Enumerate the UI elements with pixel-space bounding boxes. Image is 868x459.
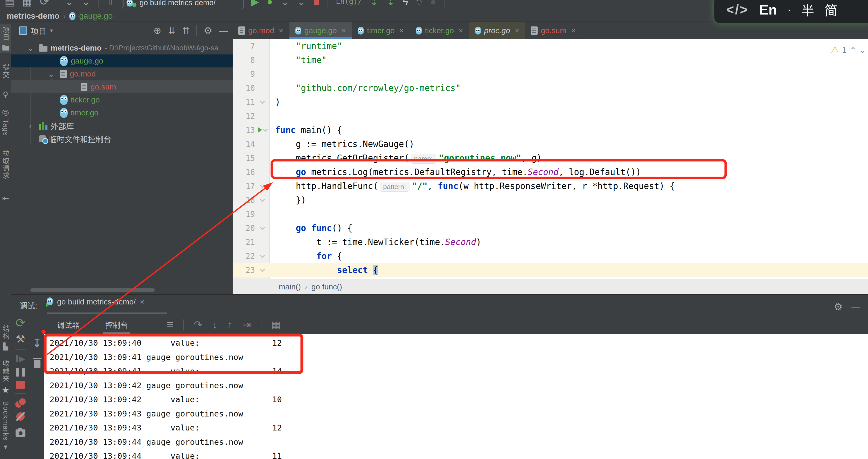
clear-console-icon[interactable] <box>34 360 40 368</box>
rerun-icon[interactable]: ⟳ <box>16 317 26 329</box>
attach-1-icon[interactable]: ⌄ <box>281 0 289 10</box>
fold-marker-icon[interactable] <box>260 183 265 188</box>
code-line-10[interactable]: 10 "github.com/rcrowley/go-metrics" <box>232 81 868 95</box>
stripe-button-pin[interactable]: ⚲ <box>0 90 11 99</box>
stripe-button-提交[interactable]: 提交 <box>0 64 11 79</box>
close-icon[interactable]: × <box>515 26 520 35</box>
editor-body[interactable]: 7 "runtime"8 "time"910 "github.com/rcrow… <box>232 39 868 279</box>
stripe-button-项目[interactable]: 项目 <box>0 24 11 53</box>
close-icon[interactable]: × <box>571 26 576 35</box>
fold-marker-icon[interactable] <box>260 252 265 258</box>
code-line-9[interactable]: 9 <box>232 67 868 81</box>
breadcrumb-file[interactable]: gauge.go <box>79 11 113 21</box>
step-into-icon[interactable]: ↓ <box>212 316 217 333</box>
stripe-button-拉取请求[interactable]: 拉取请求 <box>0 150 11 180</box>
fold-marker-icon[interactable] <box>260 98 265 104</box>
expand-all-icon[interactable]: ⇊ <box>168 22 176 39</box>
project-panel-title[interactable]: 项目 <box>31 25 46 36</box>
view-breakpoints-icon[interactable] <box>15 398 26 408</box>
tree-item-临时文件和控制台[interactable]: 临时文件和控制台 <box>11 132 232 145</box>
tree-item-外部库[interactable]: ›外部库 <box>11 119 232 132</box>
code-line-20[interactable]: 20 go func() { <box>232 221 868 235</box>
code-line-12[interactable]: 12 <box>232 109 868 123</box>
sync-icon[interactable]: ⟳ <box>40 0 49 10</box>
fold-marker-icon[interactable] <box>260 267 265 272</box>
evaluate-icon[interactable]: ▦ <box>271 316 281 333</box>
run-icon[interactable]: ▶ <box>251 0 259 10</box>
step-out-icon[interactable]: ↑ <box>227 316 232 333</box>
breadcrumb-project[interactable]: metrics-demo <box>7 11 59 21</box>
attach-2-icon[interactable]: ⌄ <box>297 0 306 10</box>
settings-icon[interactable]: ⚙ <box>834 299 843 315</box>
pause-icon[interactable] <box>16 368 25 376</box>
code-line-14[interactable]: 14 g := metrics.NewGauge() <box>232 137 868 151</box>
scroll-to-end-icon[interactable]: ↧ <box>32 335 42 351</box>
tab-proc.go[interactable]: proc.go× <box>469 22 525 39</box>
grid-icon[interactable]: ▦ <box>22 0 32 10</box>
breadcrumb-item[interactable]: go func() <box>311 282 342 291</box>
hide-icon[interactable]: — <box>219 22 228 39</box>
hide-icon[interactable]: — <box>851 299 860 315</box>
search-everywhere-icon[interactable]: ◌ <box>416 0 422 10</box>
fold-marker-icon[interactable] <box>263 127 268 132</box>
breadcrumb-item[interactable]: main() <box>279 282 301 291</box>
chevron-down-icon[interactable]: ⌄ <box>25 43 36 53</box>
stripe-button-收藏夹[interactable]: 收藏夹★ <box>0 360 11 395</box>
tree-item-go.sum[interactable]: go.sum <box>11 81 232 93</box>
tree-item-ticker.go[interactable]: ticker.go <box>11 93 232 106</box>
rerun-changed-1-icon[interactable]: ⇣ <box>370 0 379 10</box>
code-line-18[interactable]: 18 }) <box>232 193 868 207</box>
code-line-16[interactable]: 16 go metrics.Log(metrics.DefaultRegistr… <box>232 165 868 179</box>
close-icon[interactable]: × <box>279 26 283 35</box>
nav-down-2-icon[interactable]: ⌄ <box>82 0 90 10</box>
settings-icon[interactable]: ⚙ <box>204 22 212 39</box>
code-line-13[interactable]: 13func main() { <box>232 123 868 137</box>
tab-gauge.go[interactable]: gauge.go× <box>289 22 352 39</box>
code-line-8[interactable]: 8 "time" <box>232 53 868 67</box>
code-line-23[interactable]: 23 select { <box>232 263 868 277</box>
run-to-cursor-icon[interactable]: ⇥ <box>242 316 251 333</box>
fold-marker-icon[interactable] <box>260 224 265 230</box>
code-line-11[interactable]: 11) <box>232 95 868 109</box>
mute-breakpoints-icon[interactable] <box>16 412 25 421</box>
settings-wrench-icon[interactable]: ⚒ <box>16 333 25 345</box>
resume-icon[interactable]: ▶ <box>16 354 25 364</box>
debug-tab-调试器[interactable]: 调试器 <box>56 315 81 334</box>
collapse-all-icon[interactable]: ⇈ <box>182 22 190 39</box>
upload-icon[interactable]: ⇧ <box>106 0 115 10</box>
debug-session-tab[interactable]: go build metrics-demo/ × <box>47 298 145 306</box>
lightning-icon[interactable]: ϟ <box>403 0 408 10</box>
code-line-17[interactable]: 17 http.HandleFunc(pattern:"/", func(w h… <box>232 179 868 193</box>
tree-item-timer.go[interactable]: timer.go <box>11 106 232 119</box>
next-problem-icon[interactable]: ⌄ <box>860 45 866 55</box>
code-line-22[interactable]: 22 for { <box>232 249 868 263</box>
nav-down-1-icon[interactable]: ⌄ <box>65 0 74 10</box>
tab-ticker.go[interactable]: ticker.go× <box>410 22 469 39</box>
run-line-icon[interactable] <box>258 127 262 133</box>
stop-icon[interactable]: ■ <box>314 0 320 10</box>
stripe-button-backbar[interactable]: ⇤ <box>0 193 11 203</box>
tab-timer.go[interactable]: timer.go× <box>352 22 410 39</box>
chevron-down-icon[interactable]: ⌄ <box>45 69 57 79</box>
close-icon[interactable]: × <box>399 26 404 35</box>
save-icon[interactable]: ▤ <box>5 0 14 10</box>
prev-problem-icon[interactable]: ⌃ <box>850 45 856 55</box>
tree-item-metrics-demo[interactable]: ⌄metrics-demo - D:\Projects\Github\NoobW… <box>11 41 232 55</box>
locate-icon[interactable]: ⊕ <box>154 22 161 39</box>
debug-console-output[interactable]: 2021/10/30 13:09:40 value: 122021/10/30 … <box>44 334 868 459</box>
debug-icon[interactable]: ● <box>267 0 273 10</box>
stripe-button-结构[interactable]: 结构▙ <box>0 325 11 350</box>
tab-go.mod[interactable]: go.mod× <box>232 22 289 39</box>
tree-item-go.mod[interactable]: ⌄go.mod <box>11 67 232 81</box>
inspection-widget[interactable]: ⚠ 1 ⌃ ⌄ <box>831 44 866 56</box>
tab-go.sum[interactable]: go.sum× <box>525 22 582 39</box>
stripe-button-Bookmarks[interactable]: Bookmarks▼ <box>0 401 11 451</box>
record-icon[interactable]: ● <box>430 0 436 10</box>
debug-tab-控制台[interactable]: 控制台 <box>104 315 129 334</box>
horizontal-scrollbar[interactable] <box>30 288 155 292</box>
stripe-button-@ Tags[interactable]: @ Tags <box>0 109 11 136</box>
rerun-changed-2-icon[interactable]: ⇣ <box>386 0 395 10</box>
code-line-21[interactable]: 21 t := time.NewTicker(time.Second) <box>232 235 868 249</box>
chevron-right-icon[interactable]: › <box>25 121 36 130</box>
close-icon[interactable]: × <box>459 26 463 35</box>
